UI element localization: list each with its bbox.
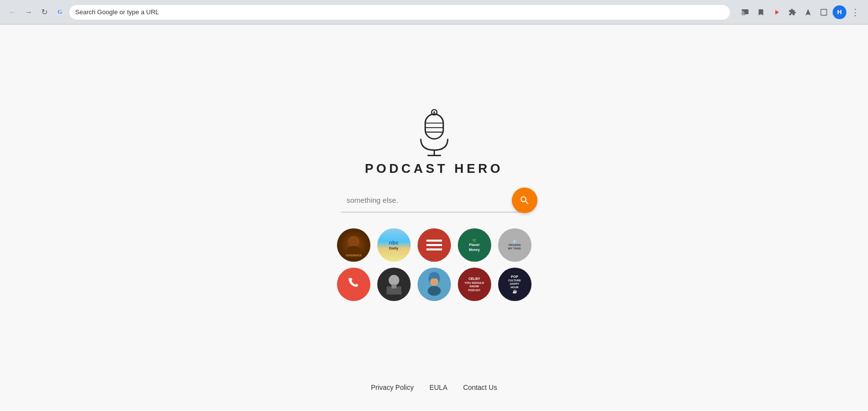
- browser-frame: ← → ↻ G Search Google or type a URL: [0, 0, 868, 411]
- svg-point-8: [433, 111, 435, 113]
- nav-buttons: ← → ↻: [6, 5, 51, 19]
- svg-rect-17: [392, 284, 396, 288]
- page-content: PODCAST HERO: [0, 25, 868, 411]
- eula-link[interactable]: EULA: [429, 384, 448, 391]
- browser-actions: H ⋮: [738, 5, 862, 19]
- contact-us-link[interactable]: Contact Us: [463, 384, 497, 391]
- podcasts-row-1: EXPERIENCE nbc Daily: [337, 228, 532, 262]
- podcasts-row-2: CELBY YOU SHOULD KNOW PODCAST POP CULTUR…: [337, 268, 532, 301]
- svg-point-19: [430, 278, 438, 286]
- browser-chrome: ← → ↻ G Search Google or type a URL: [0, 0, 868, 25]
- search-container: [341, 188, 528, 213]
- svg-point-20: [427, 286, 441, 296]
- bookmark-icon[interactable]: [754, 5, 768, 19]
- main-container: PODCAST HERO: [337, 105, 532, 301]
- person-icon[interactable]: [801, 5, 815, 19]
- podcast-frozen-take[interactable]: ❄️ FROZEN MY TAKE: [498, 228, 532, 262]
- cast-icon[interactable]: [738, 5, 752, 19]
- reload-button[interactable]: ↻: [37, 5, 51, 19]
- google-logo-icon: G: [55, 7, 65, 17]
- svg-rect-13: [426, 244, 442, 246]
- privacy-policy-link[interactable]: Privacy Policy: [371, 384, 414, 391]
- podcast-phone[interactable]: [337, 268, 370, 301]
- search-button[interactable]: [512, 188, 537, 213]
- svg-point-21: [429, 272, 439, 278]
- profile-button[interactable]: H: [833, 5, 846, 19]
- microphone-icon: [410, 105, 459, 159]
- svg-rect-1: [425, 114, 443, 138]
- back-button[interactable]: ←: [6, 5, 20, 19]
- podcast-planet-money[interactable]: 🌿 Planet Money: [458, 228, 491, 262]
- svg-rect-0: [821, 9, 827, 15]
- menu-icon[interactable]: ⋮: [848, 5, 862, 19]
- footer: Privacy Policy EULA Contact Us: [371, 384, 497, 391]
- podcast-joe-rogan[interactable]: EXPERIENCE: [337, 228, 370, 262]
- svg-point-15: [389, 275, 399, 286]
- podcast-blue-hair[interactable]: [418, 268, 451, 301]
- extensions-icon[interactable]: [785, 5, 799, 19]
- podcast-red-list[interactable]: [418, 228, 451, 262]
- svg-rect-12: [426, 240, 442, 242]
- window-icon[interactable]: [817, 5, 831, 19]
- address-bar[interactable]: Search Google or type a URL: [69, 4, 730, 20]
- forward-button[interactable]: →: [22, 5, 35, 19]
- address-bar-text: Search Google or type a URL: [75, 8, 159, 16]
- search-icon: [519, 195, 530, 206]
- svg-text:EXPERIENCE: EXPERIENCE: [345, 254, 362, 257]
- search-input[interactable]: [341, 188, 528, 213]
- podcasts-grid: EXPERIENCE nbc Daily: [337, 228, 532, 301]
- podcast-celby[interactable]: CELBY YOU SHOULD KNOW PODCAST: [458, 268, 491, 301]
- svg-rect-14: [426, 248, 442, 250]
- podcast-nbc-daily[interactable]: nbc Daily: [377, 228, 411, 262]
- cast2-icon[interactable]: [770, 5, 784, 19]
- podcast-pop-culture[interactable]: POP CULTURE HAPPY HOUR ☕: [498, 268, 532, 301]
- svg-point-9: [348, 236, 359, 247]
- logo-text: PODCAST HERO: [365, 161, 503, 176]
- logo-container: PODCAST HERO: [365, 105, 503, 176]
- podcast-roman[interactable]: [377, 268, 411, 301]
